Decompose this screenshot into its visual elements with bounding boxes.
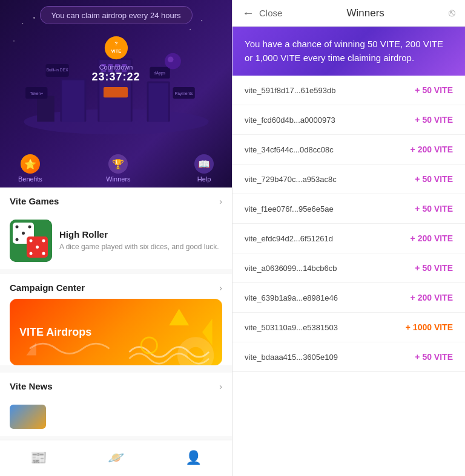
winner-address: vite_503110a9...e5381503 — [245, 323, 338, 332]
winner-amount: + 50 VITE — [415, 174, 453, 184]
news-title: Vite News — [10, 381, 53, 391]
svg-point-45 — [30, 252, 33, 255]
winners-title: Winners — [282, 7, 449, 19]
svg-point-38 — [22, 232, 25, 235]
winner-amount: + 50 VITE — [415, 263, 453, 273]
header-left: ← Close — [242, 6, 282, 20]
winner-item: vite_639b1a9a...e8981e46+ 200 VITE — [232, 283, 465, 313]
export-icon[interactable]: ⎋ — [449, 7, 455, 19]
svg-point-44 — [42, 240, 45, 243]
svg-text:Payments: Payments — [175, 91, 193, 96]
campaign-banner-title: VITE Airdrops — [19, 326, 91, 339]
news-chevron[interactable]: › — [219, 382, 222, 391]
svg-point-43 — [30, 240, 33, 243]
svg-rect-15 — [148, 83, 168, 122]
countdown-display: Countdown 23:37:22 — [91, 64, 140, 83]
winner-item: vite_591f8d17...61e593db+ 50 VITE — [232, 76, 465, 105]
winner-amount: + 1000 VITE — [406, 322, 453, 332]
svg-rect-11 — [104, 87, 128, 97]
news-tab-icon: 📰 — [30, 450, 47, 466]
games-section-header: Vite Games › — [0, 187, 232, 212]
winner-amount: + 200 VITE — [411, 293, 453, 302]
svg-point-37 — [16, 226, 19, 229]
bottom-tabs: 📰 🪐 👤 — [0, 440, 232, 476]
winner-item: vite_503110a9...e5381503+ 1000 VITE — [232, 313, 465, 342]
right-header: ← Close Winners ⎋ — [232, 0, 465, 27]
svg-point-29 — [168, 57, 174, 63]
campaign-title: Campaign Center — [10, 282, 85, 293]
high-roller-card[interactable]: High Roller A dice game played with six … — [0, 212, 232, 269]
winners-list: vite_591f8d17...61e593db+ 50 VITEvite_fc… — [232, 76, 465, 476]
games-chevron[interactable]: › — [219, 197, 222, 206]
winner-address: vite_efdc94d2...6f51261d — [245, 234, 333, 243]
winner-item: vite_bdaaa415...3605e109+ 50 VITE — [232, 342, 465, 372]
svg-point-51 — [182, 342, 209, 365]
winner-amount: + 200 VITE — [411, 233, 453, 243]
benefits-nav[interactable]: ⭐ Benefits — [18, 154, 42, 183]
left-panel: You can claim airdrop every 24 hours — [0, 0, 232, 476]
winners-hero-banner: You have a chance of winning 50 VITE, 20… — [232, 27, 465, 76]
campaign-chevron[interactable]: › — [219, 283, 222, 293]
svg-point-33 — [190, 29, 191, 30]
winner-item: vite_34cf644c...0d8cc08c+ 200 VITE — [232, 135, 465, 165]
winner-amount: + 50 VITE — [415, 85, 453, 95]
svg-point-47 — [36, 246, 39, 249]
winner-address: vite_bdaaa415...3605e109 — [245, 353, 338, 362]
winner-address: vite_591f8d17...61e593db — [245, 86, 335, 95]
svg-point-30 — [22, 23, 23, 24]
high-roller-thumbnail — [10, 220, 52, 262]
tab-explore[interactable]: 🪐 — [108, 450, 124, 467]
explore-tab-icon: 🪐 — [108, 450, 124, 466]
winner-amount: + 50 VITE — [415, 204, 453, 214]
campaign-banner[interactable]: VITE Airdrops — [10, 299, 222, 365]
right-panel: ← Close Winners ⎋ You have a chance of w… — [232, 0, 465, 476]
winner-address: vite_34cf644c...0d8cc08c — [245, 145, 334, 154]
svg-point-46 — [42, 252, 45, 255]
news-section: Vite News › — [0, 373, 232, 436]
close-label[interactable]: Close — [259, 8, 282, 18]
winner-address: vite_729b470c...a953ac8c — [245, 175, 337, 184]
svg-point-34 — [13, 41, 15, 42]
news-item[interactable] — [0, 397, 232, 436]
svg-point-32 — [201, 20, 202, 21]
back-button[interactable]: ← — [242, 6, 254, 20]
winner-item: vite_729b470c...a953ac8c+ 50 VITE — [232, 165, 465, 194]
games-title: Vite Games — [10, 196, 59, 206]
winner-item: vite_f1ee076f...95e6e5ae+ 50 VITE — [232, 194, 465, 224]
city-illustration: ? VITE Built-in DEX dApps Token+ Payment… — [0, 6, 232, 145]
winner-amount: + 200 VITE — [411, 145, 453, 154]
svg-text:Built-in DEX: Built-in DEX — [47, 68, 69, 72]
winner-item: vite_a0636099...14bcb6cb+ 50 VITE — [232, 253, 465, 283]
svg-point-41 — [28, 226, 31, 229]
campaign-section: Campaign Center › VITE Airdrops — [0, 274, 232, 365]
svg-point-31 — [33, 17, 35, 19]
winners-nav[interactable]: 🏆 Winners — [106, 154, 130, 183]
winner-address: vite_fcd60d4b...a0000973 — [245, 116, 335, 125]
winner-amount: + 50 VITE — [415, 115, 453, 125]
airdrop-banner: You can claim airdrop every 24 hours — [39, 6, 192, 24]
svg-text:dApps: dApps — [154, 71, 166, 76]
tab-news[interactable]: 📰 — [30, 450, 47, 467]
hero-section: You can claim airdrop every 24 hours — [0, 0, 232, 187]
winners-hero-text: You have a chance of winning 50 VITE, 20… — [245, 37, 453, 65]
winner-address: vite_639b1a9a...e8981e46 — [245, 293, 338, 302]
profile-tab-icon: 👤 — [185, 450, 202, 466]
winner-amount: + 50 VITE — [415, 352, 453, 362]
svg-rect-16 — [37, 96, 54, 122]
help-icon: 📖 — [194, 154, 214, 174]
svg-marker-52 — [26, 342, 36, 355]
svg-point-40 — [16, 238, 19, 241]
tab-profile[interactable]: 👤 — [185, 450, 202, 467]
benefits-icon: ⭐ — [21, 154, 40, 174]
winner-item: vite_efdc94d2...6f51261d+ 200 VITE — [232, 224, 465, 253]
winners-icon: 🏆 — [108, 154, 128, 174]
svg-text:VITE: VITE — [111, 48, 122, 54]
hero-bottom-nav: ⭐ Benefits 🏆 Winners 📖 Help — [0, 149, 232, 187]
left-content: Vite Games › — [0, 187, 232, 440]
help-nav[interactable]: 📖 Help — [194, 154, 214, 183]
news-thumbnail — [10, 405, 46, 429]
winner-item: vite_fcd60d4b...a0000973+ 50 VITE — [232, 105, 465, 135]
campaign-section-header: Campaign Center › — [0, 274, 232, 299]
svg-marker-48 — [169, 309, 189, 325]
svg-text:?: ? — [114, 41, 117, 47]
